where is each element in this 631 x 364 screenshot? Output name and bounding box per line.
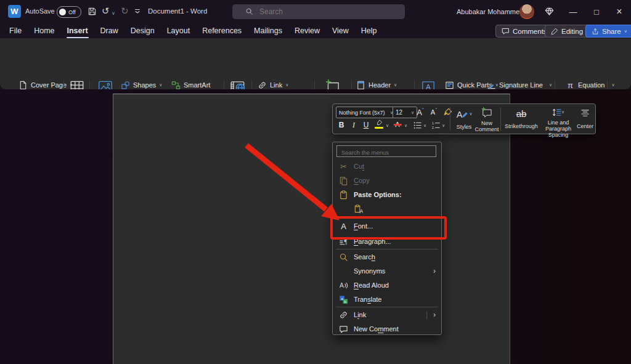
tab-draw[interactable]: Draw — [100, 25, 119, 36]
chevron-down-icon: ∨ — [561, 110, 564, 115]
strikethrough-icon: ab — [516, 108, 527, 119]
toggle-knob — [59, 9, 66, 15]
tab-insert[interactable]: Insert — [67, 25, 89, 36]
autosave-label: AutoSave — [25, 7, 55, 15]
customize-toolbar-icon[interactable] — [133, 7, 142, 15]
font-name-select[interactable]: Nothing Font (5x7) ∨ — [336, 107, 396, 118]
chevron-down-icon: ∨ — [549, 83, 552, 87]
quick-parts-icon — [445, 81, 454, 90]
caret-down-icon: ˇ — [435, 107, 437, 113]
translate-icon — [339, 295, 348, 304]
chevron-down-icon: ∨ — [611, 83, 614, 87]
font-color-button[interactable]: A — [392, 119, 403, 130]
undo-icon[interactable]: ↺ — [102, 6, 110, 17]
highlight-button[interactable] — [373, 119, 385, 130]
tab-home[interactable]: Home — [33, 25, 55, 36]
font-size-select[interactable]: 12 ∨ — [393, 107, 417, 118]
shrink-font-button[interactable]: A ˇ — [428, 107, 440, 118]
paste-keep-text-icon — [354, 204, 363, 214]
cut-icon: ✂ — [339, 162, 348, 171]
underline-icon: U — [364, 121, 369, 129]
tab-review[interactable]: Review — [294, 25, 320, 36]
button-label: Cover Page — [31, 81, 67, 89]
format-painter-button[interactable] — [442, 107, 453, 118]
button-label: Signature Line — [499, 81, 543, 89]
button-label: Equation — [578, 81, 605, 89]
submenu-arrow-icon: › — [433, 310, 436, 319]
tab-mailings[interactable]: Mailings — [253, 25, 283, 36]
menu-separator — [336, 307, 438, 307]
link-icon — [258, 81, 267, 90]
tab-references[interactable]: References — [202, 25, 242, 36]
new-comment-icon — [481, 107, 493, 119]
search-input[interactable] — [258, 6, 396, 18]
numbering-button[interactable] — [430, 119, 441, 131]
menu-item-translate[interactable]: Translate — [333, 293, 441, 306]
tab-file[interactable]: File — [9, 25, 22, 36]
editing-button-label: Editing — [561, 28, 583, 35]
chevron-down-icon[interactable]: ∨ — [386, 123, 389, 128]
chevron-down-icon[interactable]: ∨ — [423, 123, 426, 128]
share-button[interactable]: Share ∨ — [585, 25, 631, 38]
document-title: Document1 - Word — [148, 7, 207, 15]
menu-item-synonyms[interactable]: Synonyms › — [333, 264, 441, 278]
clipboard-icon — [339, 190, 348, 200]
link-icon — [339, 310, 348, 320]
equation-icon: π — [566, 81, 575, 90]
chevron-down-icon: ∨ — [624, 29, 627, 34]
button-label: Link — [270, 81, 282, 89]
ribbon-tab-bar: File Home Insert Draw Design Layout Refe… — [0, 23, 631, 38]
grow-font-button[interactable]: A ˆ — [414, 107, 426, 118]
chevron-down-icon[interactable]: ∨ — [442, 123, 445, 128]
tab-layout[interactable]: Layout — [166, 25, 191, 36]
gem-icon[interactable] — [545, 7, 554, 16]
menu-search-input[interactable] — [340, 148, 434, 157]
styles-icon — [455, 107, 469, 121]
underline-button[interactable]: U — [361, 119, 371, 131]
undo-chevron-icon[interactable]: ∨ — [112, 8, 115, 19]
menu-item-paste-options: Paste Options: — [333, 188, 441, 201]
new-comment-button[interactable] — [477, 106, 497, 119]
user-avatar[interactable] — [519, 4, 534, 19]
font-color-swatch — [394, 124, 402, 126]
minimize-button[interactable]: — — [566, 5, 580, 18]
menu-search-box[interactable] — [336, 145, 436, 157]
word-logo-icon[interactable]: W — [8, 5, 21, 18]
search-bar[interactable] — [232, 4, 405, 19]
close-button[interactable]: × — [613, 5, 626, 18]
autosave-toggle[interactable]: Off — [57, 6, 81, 18]
strikethrough-button[interactable]: ab — [504, 107, 539, 119]
shrink-font-icon: A — [431, 108, 435, 116]
user-name[interactable]: Abubakar Mohammed — [457, 8, 523, 15]
menu-item-new-comment[interactable]: New Comment — [333, 322, 441, 336]
button-label: SmartArt — [184, 81, 210, 89]
tab-view[interactable]: View — [332, 25, 349, 36]
italic-button[interactable]: I — [349, 119, 359, 131]
maximize-button[interactable]: □ — [590, 5, 603, 18]
line-spacing-button[interactable]: ∨ — [542, 107, 574, 118]
search-icon — [245, 7, 253, 15]
menu-item-search[interactable]: Search — [333, 250, 441, 264]
strikethrough-label: Strikethrough — [504, 123, 539, 129]
comments-button-label: Comments — [513, 28, 547, 35]
menu-item-read-aloud[interactable]: Read Aloud — [333, 278, 441, 292]
tab-design[interactable]: Design — [130, 25, 155, 36]
numbering-icon — [431, 121, 441, 130]
styles-label: Styles — [454, 124, 474, 130]
chevron-down-icon[interactable]: ∨ — [404, 123, 407, 128]
styles-button[interactable]: ∨ — [454, 107, 474, 121]
paste-option-keep-text-only[interactable] — [333, 202, 441, 216]
bullets-button[interactable] — [412, 119, 423, 131]
share-button-label: Share — [602, 28, 621, 35]
save-icon[interactable] — [88, 7, 97, 16]
font-size-value: 12 — [396, 109, 402, 116]
line-spacing-icon — [552, 108, 561, 117]
button-label: Shapes — [133, 81, 156, 89]
bold-button[interactable]: B — [336, 119, 346, 131]
center-button[interactable] — [577, 107, 593, 118]
read-aloud-icon — [339, 281, 348, 290]
tab-help[interactable]: Help — [360, 25, 378, 36]
redo-icon: ↻ — [121, 6, 129, 17]
menu-item-link[interactable]: Link | › — [333, 308, 441, 322]
bold-icon: B — [339, 121, 344, 129]
